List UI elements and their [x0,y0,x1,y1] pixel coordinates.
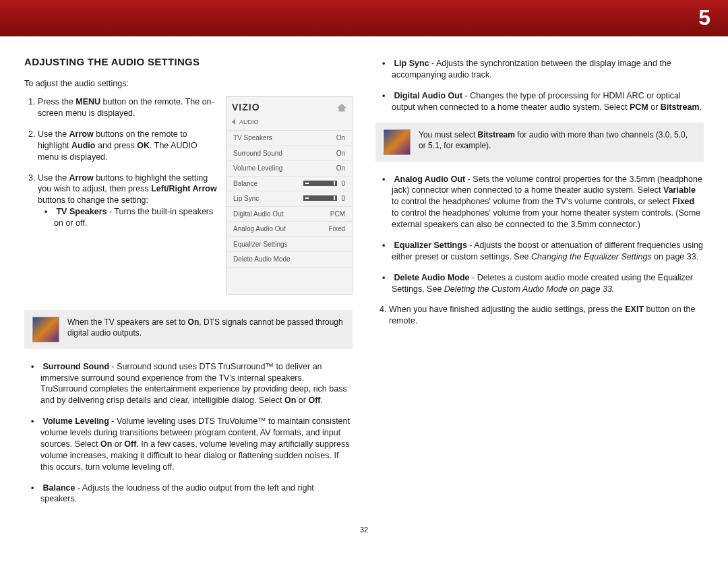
settings-list-right: Lip Sync - Adjusts the synchronization b… [375,58,704,113]
menu-row-analog-out: Analog Audio OutFixed [226,222,352,237]
setting-surround: Surround Sound - Surround sound uses DTS… [40,361,353,407]
setting-lip-sync: Lip Sync - Adjusts the synchronization b… [392,58,704,81]
setting-equalizer: Equalizer Settings - Adjusts the boost o… [392,240,704,263]
menu-row-lip-sync: Lip Sync0 [226,191,352,207]
slider-icon [303,195,337,201]
callout-bitstream: You must select Bitstream for audio with… [375,123,704,162]
left-column: ADJUSTING THE AUDIO SETTINGS To adjust t… [24,55,353,514]
page-number: 32 [0,525,728,535]
setting-volume-leveling: Volume Leveling - Volume leveling uses D… [40,416,353,472]
chapter-number: 5 [698,3,710,32]
settings-list-cont: Surround Sound - Surround sound uses DTS… [24,361,353,505]
menu-row-balance: Balance0 [226,177,352,192]
steps-list-end: When you have finished adjusting the aud… [375,304,704,327]
menu-row-surround: Surround SoundOn [226,146,352,162]
callout-image-icon [32,317,59,342]
back-icon [232,119,235,125]
menu-brand: VIZIO [232,101,260,114]
setting-analog-audio-out: Analog Audio Out - Sets the volume contr… [392,174,704,230]
callout-dts: When the TV speakers are set to On, DTS … [24,310,353,349]
setting-balance: Balance - Adjusts the loudness of the au… [40,482,353,505]
intro-text: To adjust the audio settings: [24,78,353,90]
menu-row-equalizer: Equalizer Settings [226,237,352,253]
setting-delete-audio-mode: Delete Audio Mode - Deletes a custom aud… [392,272,704,295]
menu-row-volume-leveling: Volume LevelingOn [226,161,352,177]
menu-row-digital-out: Digital Audio OutPCM [226,207,352,222]
callout-image-icon [384,129,411,155]
setting-digital-audio-out: Digital Audio Out - Changes the type of … [392,90,704,113]
audio-menu-screenshot: VIZIO AUDIO TV SpeakersOn Surround Sound… [226,96,353,295]
settings-list-right-2: Analog Audio Out - Sets the volume contr… [375,174,704,295]
home-icon [337,104,346,112]
step-4: When you have finished adjusting the aud… [389,304,704,327]
right-column: Lip Sync - Adjusts the synchronization b… [375,55,704,514]
slider-icon [303,181,337,186]
chapter-header: 5 [0,0,728,36]
menu-section-label: AUDIO [239,118,259,126]
section-heading: ADJUSTING THE AUDIO SETTINGS [24,55,353,69]
menu-row-tv-speakers: TV SpeakersOn [226,131,352,146]
menu-row-delete-mode: Delete Audio Mode [226,252,352,268]
page-content: ADJUSTING THE AUDIO SETTINGS To adjust t… [0,36,728,521]
